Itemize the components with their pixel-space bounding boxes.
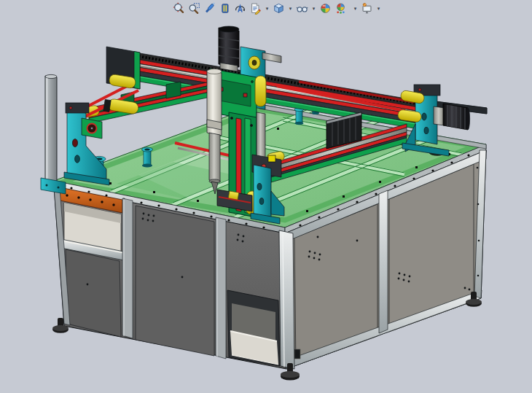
view-orientation-dropdown[interactable]: ▾: [287, 1, 294, 15]
zoom-to-fit-button[interactable]: [172, 1, 186, 15]
zoom-to-selection-button[interactable]: [218, 1, 232, 15]
hide-show-items-dropdown[interactable]: ▾: [310, 1, 317, 15]
zoom-to-fit-icon: [173, 2, 185, 15]
z-motor[interactable]: [219, 26, 239, 71]
model-viewport[interactable]: [0, 0, 532, 393]
zoom-in-out-button[interactable]: [203, 1, 216, 15]
view-toolbar: ▾ ▾ ▾: [172, 1, 382, 15]
view-orientation-icon: [273, 2, 285, 15]
zoom-to-selection-icon: [219, 2, 231, 15]
drawing-view-button[interactable]: [249, 1, 262, 15]
view-settings-dropdown[interactable]: ▾: [375, 1, 382, 15]
drawing-view-icon: [249, 2, 262, 15]
hide-show-items-button[interactable]: [295, 1, 309, 15]
rotate-view-button[interactable]: [233, 1, 247, 15]
apply-scene-icon: [335, 2, 347, 15]
edit-appearance-button[interactable]: [318, 1, 332, 15]
apply-scene-dropdown[interactable]: ▾: [352, 1, 359, 15]
apply-scene-button[interactable]: [334, 1, 348, 15]
zoom-in-out-icon: [203, 2, 216, 15]
rotate-view-icon: [234, 2, 246, 15]
view-settings-icon: [361, 2, 373, 15]
hide-show-items-icon: [296, 2, 308, 15]
drawing-view-dropdown[interactable]: ▾: [264, 1, 270, 15]
view-settings-button[interactable]: [360, 1, 374, 15]
edit-appearance-icon: [319, 2, 332, 15]
view-orientation-button[interactable]: [272, 1, 286, 15]
spindle[interactable]: [207, 69, 222, 195]
zoom-to-area-button[interactable]: [187, 1, 201, 15]
panel-slot: [294, 349, 300, 359]
bottom-bay-opening: [227, 290, 280, 366]
zoom-to-area-icon: [188, 2, 200, 15]
